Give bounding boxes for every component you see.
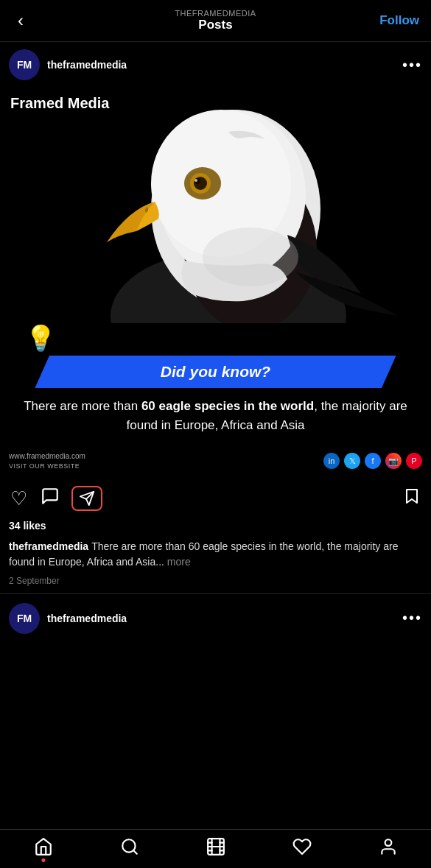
post-image: Framed Media xyxy=(0,88,431,478)
post-actions: ♡ xyxy=(0,478,431,520)
nav-reels[interactable] xyxy=(206,837,225,856)
likes-count: 34 likes xyxy=(0,520,431,536)
eagle-fact: There are more than 60 eagle species in … xyxy=(10,397,421,434)
did-you-know-banner: Did you know? xyxy=(35,356,396,388)
twitter-icon[interactable]: 𝕏 xyxy=(344,453,360,469)
post-username: theframedmedia xyxy=(47,59,395,71)
post-header: FM theframedmedia ••• xyxy=(0,42,431,88)
caption-username[interactable]: theframedmedia xyxy=(9,540,88,552)
svg-point-10 xyxy=(195,179,197,182)
nav-profile[interactable] xyxy=(379,837,398,856)
more-link[interactable]: more xyxy=(167,556,191,568)
header-center: THEFRAMEDMEDIA Posts xyxy=(175,9,256,32)
share-button-highlighted[interactable] xyxy=(71,486,102,511)
second-post-avatar: FM xyxy=(9,603,40,634)
second-post-more-options[interactable]: ••• xyxy=(402,610,422,627)
second-post-username: theframedmedia xyxy=(47,613,395,624)
like-button[interactable]: ♡ xyxy=(9,486,29,512)
eagle-image xyxy=(0,88,431,323)
post-image-footer: www.framedmedia.com VISIT OUR WEBSITE in… xyxy=(0,445,431,478)
nav-home[interactable] xyxy=(34,837,53,856)
website-cta: VISIT OUR WEBSITE xyxy=(9,462,85,472)
nav-search[interactable] xyxy=(120,837,139,856)
home-active-dot xyxy=(41,858,45,862)
post-caption: theframedmediaThere are more than 60 eag… xyxy=(0,536,431,573)
second-post-header: FM theframedmedia ••• xyxy=(0,594,431,643)
svg-line-16 xyxy=(133,850,137,854)
pinterest-icon[interactable]: P xyxy=(406,453,422,469)
facebook-icon[interactable]: f xyxy=(365,453,381,469)
header: ‹ THEFRAMEDMEDIA Posts Follow xyxy=(0,0,431,42)
bulb-icon: 💡 xyxy=(25,323,56,353)
avatar: FM xyxy=(9,49,40,80)
linkedin-icon[interactable]: in xyxy=(323,453,340,469)
svg-point-11 xyxy=(203,227,298,286)
brand-name: Framed Media xyxy=(10,95,109,112)
svg-point-25 xyxy=(385,839,391,846)
nav-heart[interactable] xyxy=(292,837,312,856)
did-you-know-section: 💡 Did you know? There are more than 60 e… xyxy=(0,323,431,445)
follow-button[interactable]: Follow xyxy=(379,13,419,28)
comment-button[interactable] xyxy=(39,485,61,512)
instagram-icon[interactable]: 📷 xyxy=(385,453,402,469)
header-username: THEFRAMEDMEDIA xyxy=(175,9,256,18)
header-title: Posts xyxy=(175,18,256,32)
more-options-button[interactable]: ••• xyxy=(402,57,422,74)
post-date: 2 September xyxy=(0,573,431,593)
bookmark-button[interactable] xyxy=(402,486,422,512)
social-icons: in 𝕏 f 📷 P xyxy=(323,453,422,469)
website-url: www.framedmedia.com xyxy=(9,451,85,462)
website-info: www.framedmedia.com VISIT OUR WEBSITE xyxy=(9,451,85,472)
svg-marker-14 xyxy=(407,490,417,503)
bottom-nav xyxy=(0,829,431,868)
back-button[interactable]: ‹ xyxy=(12,7,29,34)
